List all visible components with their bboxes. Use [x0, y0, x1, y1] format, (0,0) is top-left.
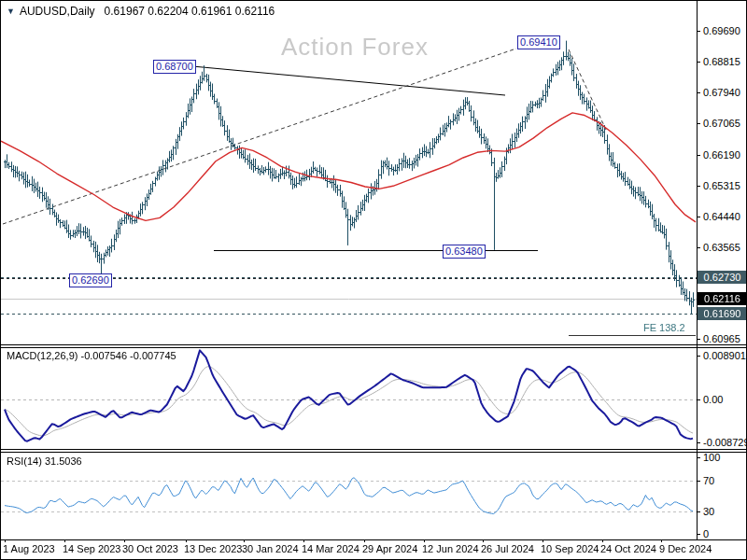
axis-tick: [697, 457, 700, 458]
date-tick: [64, 539, 65, 542]
rsi-axis-label: 0: [703, 528, 709, 540]
price-axis-label: 0.63565: [703, 242, 740, 254]
price-axis-label: 0.67065: [703, 118, 740, 130]
date-tick: [124, 539, 125, 542]
panel-separator: [1, 539, 746, 540]
date-axis-label: 30 Jan 2024: [242, 543, 299, 554]
date-axis-label: 10 Sep 2024: [541, 543, 599, 554]
fibonacci-extension-label[interactable]: FE 138.2: [643, 322, 685, 333]
price-axis-label: 0.60965: [703, 333, 740, 345]
price-level-box[interactable]: 0.68700: [153, 60, 196, 74]
rsi-axis-label: 100: [703, 452, 720, 464]
symbol-timeframe-label: AUDUSD,Daily: [20, 5, 95, 18]
watermark: Action Forex: [281, 33, 429, 62]
macd-axis-label: 0.008901: [703, 350, 746, 362]
axis-tick: [697, 442, 700, 443]
rsi-axis-label: 70: [703, 475, 714, 487]
panel-separator: [1, 344, 746, 345]
date-tick: [186, 539, 187, 542]
axis-tick: [697, 339, 700, 340]
date-tick: [303, 539, 304, 542]
panel-separator: [1, 449, 746, 450]
date-tick: [483, 539, 484, 542]
rsi-indicator-label: RSI(14) 31.5036: [7, 455, 82, 467]
date-tick: [424, 539, 425, 542]
panel-separator: [1, 452, 746, 453]
price-level-box[interactable]: 0.69410: [517, 35, 560, 49]
date-tick: [244, 539, 245, 542]
axis-tick: [697, 123, 700, 124]
level-price-tag: 0.62730: [698, 271, 747, 284]
price-axis-label: 0.66190: [703, 149, 740, 161]
macd-canvas[interactable]: [1, 348, 697, 449]
macd-axis-label: 0.00: [703, 394, 723, 406]
price-level-box[interactable]: 0.63480: [443, 245, 486, 259]
axis-tick: [697, 31, 700, 32]
rsi-canvas[interactable]: [1, 453, 697, 539]
ohlc-values: 0.61967 0.62204 0.61961 0.62116: [105, 5, 275, 18]
date-axis-label: 30 Oct 2023: [122, 543, 178, 554]
date-axis-label: 13 Dec 2023: [184, 543, 242, 554]
symbol-dropdown-icon[interactable]: ▼: [7, 7, 15, 16]
date-tick: [602, 539, 603, 542]
date-tick: [5, 539, 6, 542]
axis-tick: [697, 186, 700, 187]
level-price-tag: 0.61690: [698, 307, 747, 320]
panel-separator: [1, 347, 746, 348]
price-level-box[interactable]: 0.62690: [69, 273, 112, 287]
date-tick: [364, 539, 365, 542]
date-axis-label: 24 Oct 2024: [600, 543, 656, 554]
price-axis-label: 0.68815: [703, 56, 740, 68]
axis-tick: [697, 511, 700, 512]
date-axis-label: 9 Dec 2024: [659, 543, 712, 554]
macd-axis-label: -0.008729: [703, 437, 747, 449]
price-axis-label: 0.65315: [703, 180, 740, 192]
price-axis-label: 0.69690: [703, 25, 740, 37]
axis-tick: [697, 534, 700, 535]
chart-window: ▼AUDUSD,Daily0.61967 0.62204 0.61961 0.6…: [0, 0, 747, 560]
date-axis-label: 14 Sep 2023: [63, 543, 120, 554]
date-axis-label: 14 Mar 2024: [302, 543, 359, 554]
axis-tick: [697, 399, 700, 400]
axis-tick: [697, 356, 700, 357]
axis-tick: [697, 481, 700, 482]
date-axis-label: 12 Jun 2024: [422, 543, 479, 554]
date-axis-label: 1 Aug 2023: [3, 543, 55, 554]
axis-tick: [697, 247, 700, 248]
price-axis-label: 0.64440: [703, 211, 740, 223]
current-price-tag: 0.62116: [698, 292, 747, 305]
date-axis-label: 29 Apr 2024: [362, 543, 417, 554]
date-tick: [543, 539, 543, 542]
axis-tick: [697, 62, 700, 63]
axis-tick: [697, 155, 700, 156]
date-axis-label: 26 Jul 2024: [481, 543, 534, 554]
chart-title-bar: ▼AUDUSD,Daily0.61967 0.62204 0.61961 0.6…: [7, 5, 275, 18]
rsi-axis-label: 30: [703, 506, 714, 518]
axis-tick: [697, 217, 700, 217]
price-axis-label: 0.67940: [703, 87, 740, 99]
axis-tick: [697, 92, 700, 93]
date-tick: [661, 539, 662, 542]
macd-indicator-label: MACD(12,26,9) -0.007546 -0.007745: [7, 350, 176, 361]
